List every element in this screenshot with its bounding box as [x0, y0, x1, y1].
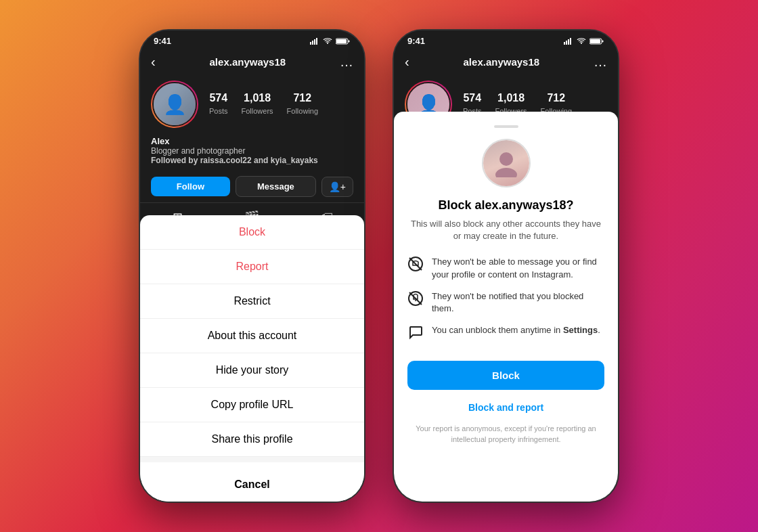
dialog-handle	[494, 125, 518, 128]
username-right: alex.anyways18	[464, 56, 540, 68]
avatar-img-left: 👤	[154, 83, 196, 125]
signal-icon	[310, 38, 319, 45]
svg-rect-8	[564, 42, 565, 45]
username-left: alex.anyways18	[210, 56, 286, 68]
feature-text-2: They won't be notified that you blocked …	[432, 290, 604, 315]
dialog-feature-3: You can unblock them anytime in Settings…	[407, 324, 604, 340]
svg-rect-10	[568, 39, 569, 45]
person-plus-button[interactable]: 👤+	[321, 177, 353, 197]
back-button-right[interactable]: ‹	[405, 54, 409, 70]
wifi-icon-r	[577, 38, 586, 45]
profile-bio-left: Blogger and photographer	[151, 146, 353, 156]
avatar-ring-left: 👤	[151, 81, 198, 128]
svg-rect-9	[566, 41, 567, 45]
bottom-sheet: Block Report Restrict About this account…	[140, 215, 364, 502]
dialog-avatar-img	[483, 140, 529, 186]
back-button-left[interactable]: ‹	[151, 54, 156, 70]
svg-rect-7	[336, 39, 347, 43]
sheet-item-report[interactable]: Report	[140, 250, 364, 284]
profile-header-left: 👤 574 Posts 1,018 Followers 712 Followin…	[140, 75, 364, 133]
sheet-item-copy-url[interactable]: Copy profile URL	[140, 388, 364, 422]
sheet-item-hide-story[interactable]: Hide your story	[140, 353, 364, 388]
svg-point-17	[495, 168, 517, 177]
dialog-avatar	[482, 139, 531, 187]
stat-posts: 574 Posts	[209, 92, 228, 116]
avatar-person-icon	[492, 149, 520, 177]
right-phone: 9:41	[393, 29, 619, 503]
block-dialog-title: Block alex.anyways18?	[407, 198, 604, 213]
action-buttons-left: Follow Message 👤+	[140, 171, 364, 202]
svg-line-19	[409, 258, 422, 270]
more-button-right[interactable]: …	[594, 54, 607, 70]
block-dialog-footer: Your report is anonymous, except if you'…	[407, 424, 604, 445]
svg-rect-11	[570, 38, 571, 45]
block-button[interactable]: Block	[407, 361, 604, 390]
svg-rect-14	[602, 40, 604, 42]
battery-icon-r	[589, 38, 604, 45]
more-button-left[interactable]: …	[340, 54, 353, 70]
svg-rect-6	[349, 40, 350, 42]
status-bar-right: 9:41	[394, 30, 618, 49]
status-time-right: 9:41	[407, 36, 425, 46]
svg-rect-0	[310, 42, 311, 45]
dialog-feature-1: They won't be able to message you or fin…	[407, 256, 604, 280]
sheet-item-restrict[interactable]: Restrict	[140, 284, 364, 319]
wifi-icon	[323, 38, 332, 45]
sheet-item-about[interactable]: About this account	[140, 319, 364, 353]
chat-icon	[407, 324, 424, 340]
profile-info-left: Alex Blogger and photographer Followed b…	[140, 133, 364, 171]
sheet-item-share[interactable]: Share this profile	[140, 422, 364, 457]
avatar-inner-left: 👤	[152, 82, 197, 127]
stat-following: 712 Following	[287, 92, 318, 116]
feature-text-3: You can unblock them anytime in Settings…	[432, 324, 600, 336]
svg-point-12	[581, 42, 582, 43]
svg-point-16	[499, 152, 513, 166]
left-phone-screen: 9:41	[140, 30, 364, 502]
block-dialog: Block alex.anyways18? This will also blo…	[394, 112, 618, 502]
svg-rect-1	[312, 41, 313, 45]
profile-name-left: Alex	[151, 136, 353, 146]
nav-bar-left: ‹ alex.anyways18 …	[140, 49, 364, 75]
nav-bar-right: ‹ alex.anyways18 …	[394, 49, 618, 75]
svg-point-4	[327, 42, 328, 43]
dialog-feature-2: They won't be notified that you blocked …	[407, 290, 604, 315]
right-phone-screen: 9:41	[394, 30, 618, 502]
follow-button[interactable]: Follow	[151, 177, 230, 196]
no-message-icon	[407, 256, 424, 272]
profile-followed-left: Followed by raissa.cool22 and kyia_kayak…	[151, 156, 353, 165]
sheet-cancel-button[interactable]: Cancel	[140, 468, 364, 502]
svg-rect-3	[316, 38, 317, 45]
status-icons-left	[310, 38, 351, 45]
no-notify-icon	[407, 290, 424, 307]
stat-followers: 1,018 Followers	[242, 92, 273, 116]
svg-rect-15	[590, 39, 600, 43]
feature-text-1: They won't be able to message you or fin…	[432, 256, 604, 280]
sheet-item-block[interactable]: Block	[140, 215, 364, 250]
status-icons-right	[564, 38, 604, 45]
battery-icon	[336, 38, 351, 45]
status-time-left: 9:41	[154, 36, 171, 46]
block-dialog-subtitle: This will also block any other accounts …	[407, 218, 604, 242]
left-phone: 9:41	[139, 29, 365, 503]
block-report-button[interactable]: Block and report	[407, 397, 604, 418]
status-bar-left: 9:41	[140, 30, 364, 49]
svg-rect-2	[314, 39, 315, 45]
message-button[interactable]: Message	[236, 176, 316, 197]
stats-left: 574 Posts 1,018 Followers 712 Following	[209, 92, 318, 116]
signal-icon-r	[564, 38, 573, 45]
